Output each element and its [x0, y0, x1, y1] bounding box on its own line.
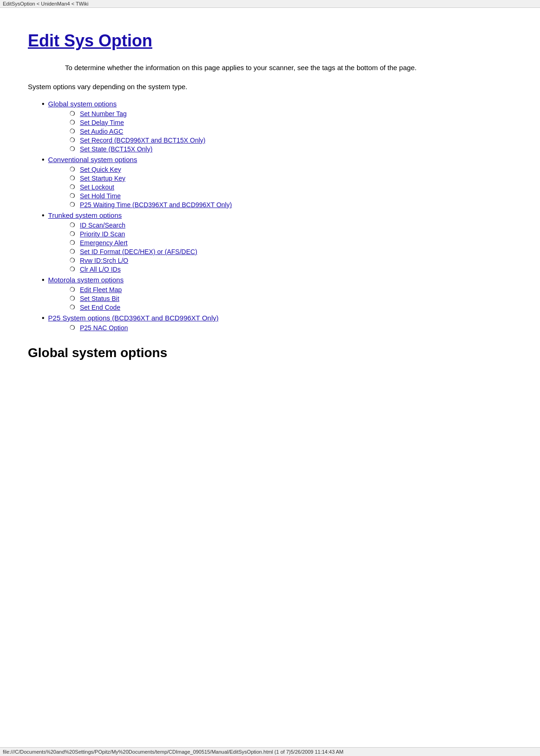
toc-sub-item: P25 Waiting Time (BCD396XT and BCD996XT …	[70, 201, 512, 209]
toc-list: Global system optionsSet Number TagSet D…	[42, 100, 512, 332]
footer-bar: file:///C/Documents%20and%20Settings/POp…	[0, 747, 540, 756]
toc-sub-item: Edit Fleet Map	[70, 286, 512, 293]
toc-main-link[interactable]: Trunked system options	[48, 211, 122, 219]
toc-sub-link[interactable]: Set Number Tag	[80, 110, 127, 117]
toc-main-link[interactable]: Conventional system options	[48, 156, 137, 163]
toc-main-link[interactable]: P25 System options (BCD396XT and BCD996X…	[48, 314, 219, 322]
toc-sub-item: Set Startup Key	[70, 175, 512, 182]
toc-main-item: Trunked system optionsID Scan/SearchPrio…	[42, 211, 512, 273]
toc-sub-item: Set Number Tag	[70, 110, 512, 117]
toc-sub-item: Set Audio AGC	[70, 128, 512, 135]
toc-sub-item: Set State (BCT15X Only)	[70, 145, 512, 153]
toc-sub-item: Set Status Bit	[70, 295, 512, 302]
system-vary-text: System options vary depending on the sys…	[28, 83, 512, 91]
toc-sub-link[interactable]: Clr All L/O IDs	[80, 266, 121, 273]
toc-sub-item: Set Hold Time	[70, 192, 512, 200]
intro-text: To determine whether the information on …	[65, 62, 512, 73]
toc-sub-item: Set ID Format (DEC/HEX) or (AFS/DEC)	[70, 248, 512, 255]
toc-main-item: Conventional system optionsSet Quick Key…	[42, 156, 512, 209]
toc-sub-link[interactable]: ID Scan/Search	[80, 222, 125, 229]
toc-sub-item: Set Lockout	[70, 183, 512, 191]
toc-sub-list: Set Quick KeySet Startup KeySet LockoutS…	[70, 166, 512, 209]
toc-sub-link[interactable]: Rvw ID:Srch L/O	[80, 257, 128, 264]
toc-main-item: Global system optionsSet Number TagSet D…	[42, 100, 512, 153]
toc-sub-link[interactable]: P25 NAC Option	[80, 324, 128, 332]
toc-sub-link[interactable]: Edit Fleet Map	[80, 286, 122, 293]
toc-sub-link[interactable]: Set Record (BCD996XT and BCT15X Only)	[80, 137, 206, 144]
toc-sub-link[interactable]: Set Quick Key	[80, 166, 121, 173]
toc-sub-link[interactable]: Set Lockout	[80, 183, 114, 191]
toc-main-item: Motorola system optionsEdit Fleet MapSet…	[42, 276, 512, 311]
browser-tab: EditSysOption < UnidenMan4 < TWiki	[0, 0, 540, 8]
footer-url: file:///C/Documents%20and%20Settings/POp…	[3, 749, 344, 755]
toc-sub-link[interactable]: Set Startup Key	[80, 175, 125, 182]
toc-sub-link[interactable]: Set Audio AGC	[80, 128, 123, 135]
toc-sub-link[interactable]: Set State (BCT15X Only)	[80, 145, 152, 153]
page-title[interactable]: Edit Sys Option	[28, 31, 512, 51]
toc-sub-item: ID Scan/Search	[70, 222, 512, 229]
toc-sub-list: ID Scan/SearchPriority ID ScanEmergency …	[70, 222, 512, 273]
toc-sub-link[interactable]: P25 Waiting Time (BCD396XT and BCD996XT …	[80, 201, 232, 209]
toc-sub-item: Set Delay Time	[70, 119, 512, 126]
toc-sub-list: P25 NAC Option	[70, 324, 512, 332]
toc-main-item: P25 System options (BCD396XT and BCD996X…	[42, 314, 512, 332]
global-section-heading: Global system options	[28, 345, 512, 360]
toc-sub-link[interactable]: Set Status Bit	[80, 295, 119, 302]
toc-sub-item: Clr All L/O IDs	[70, 266, 512, 273]
toc-sub-link[interactable]: Set Delay Time	[80, 119, 124, 126]
toc-sub-link[interactable]: Priority ID Scan	[80, 230, 125, 238]
toc-sub-link[interactable]: Emergency Alert	[80, 239, 128, 247]
toc-main-link[interactable]: Global system options	[48, 100, 117, 108]
toc-sub-list: Edit Fleet MapSet Status BitSet End Code	[70, 286, 512, 311]
toc-sub-link[interactable]: Set Hold Time	[80, 192, 121, 200]
toc-sub-item: Emergency Alert	[70, 239, 512, 247]
toc-sub-link[interactable]: Set ID Format (DEC/HEX) or (AFS/DEC)	[80, 248, 197, 255]
toc-sub-item: Rvw ID:Srch L/O	[70, 257, 512, 264]
toc-sub-item: P25 NAC Option	[70, 324, 512, 332]
toc-sub-item: Set End Code	[70, 304, 512, 311]
toc-sub-link[interactable]: Set End Code	[80, 304, 120, 311]
tab-title: EditSysOption < UnidenMan4 < TWiki	[3, 1, 88, 7]
toc-sub-item: Priority ID Scan	[70, 230, 512, 238]
toc-sub-list: Set Number TagSet Delay TimeSet Audio AG…	[70, 110, 512, 153]
toc-main-link[interactable]: Motorola system options	[48, 276, 124, 284]
toc-sub-item: Set Record (BCD996XT and BCT15X Only)	[70, 137, 512, 144]
toc-sub-item: Set Quick Key	[70, 166, 512, 173]
